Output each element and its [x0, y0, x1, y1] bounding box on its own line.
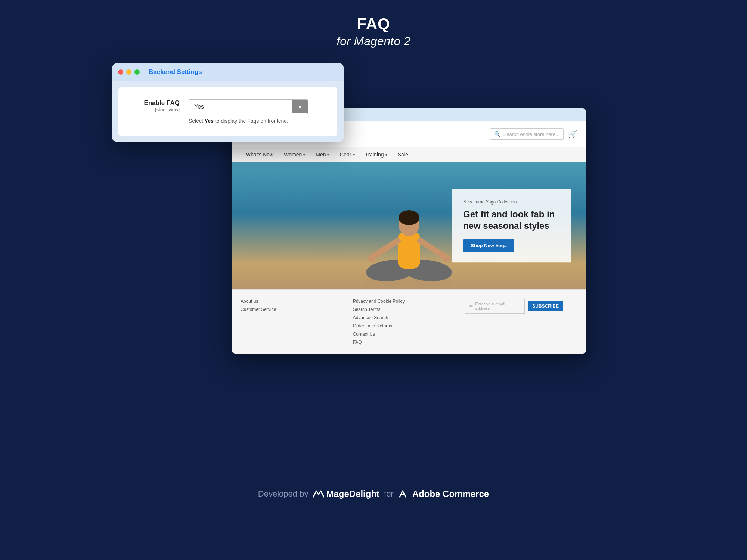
close-button[interactable] — [118, 69, 123, 75]
select-arrow-icon[interactable]: ▼ — [292, 100, 308, 113]
search-placeholder: Search entire store here... — [503, 131, 560, 137]
credits-prefix: Developed by — [258, 489, 309, 499]
nav-label-training: Training — [365, 152, 384, 158]
settings-panel: Enable FAQ [store view] Yes ▼ Select Yes… — [118, 87, 338, 136]
nav-label-women: Women — [284, 152, 302, 158]
subscribe-button[interactable]: SUBSCRIBE — [528, 301, 563, 311]
hint-bold: Yes — [205, 118, 214, 124]
nav-item-whats-new[interactable]: What's New — [241, 147, 279, 162]
settings-label: Enable FAQ [store view] — [127, 99, 180, 112]
maximize-button[interactable] — [134, 69, 140, 75]
luma-nav: What's New Women ▾ Men ▾ Gear ▾ Training… — [232, 147, 586, 162]
cart-icon[interactable]: 🛒 — [568, 130, 577, 139]
store-view-label: [store view] — [127, 107, 180, 112]
chevron-down-icon: ▾ — [385, 153, 387, 157]
svg-rect-4 — [398, 231, 420, 269]
chevron-down-icon: ▾ — [353, 153, 355, 157]
chevron-down-icon: ▾ — [327, 153, 329, 157]
email-icon: ✉ — [469, 304, 473, 309]
nav-item-training[interactable]: Training ▾ — [360, 147, 393, 162]
hero-banner: New Luma Yoga Collection Get fit and loo… — [232, 162, 586, 289]
email-placeholder: Enter your email address — [475, 302, 521, 311]
settings-control: Yes ▼ Select Yes to display the Faqs on … — [189, 99, 328, 124]
email-input[interactable]: ✉ Enter your email address — [465, 299, 525, 314]
footer-link-contact[interactable]: Contact Us — [353, 332, 465, 337]
svg-line-8 — [420, 241, 446, 258]
settings-row: Enable FAQ [store view] Yes ▼ Select Yes… — [127, 99, 328, 124]
nav-label-whats-new: What's New — [246, 152, 273, 158]
nav-item-women[interactable]: Women ▾ — [279, 147, 310, 162]
svg-point-9 — [368, 255, 375, 262]
nav-item-gear[interactable]: Gear ▾ — [334, 147, 360, 162]
footer-link-faq[interactable]: FAQ — [353, 340, 465, 345]
credits-partner: Adobe Commerce — [412, 489, 489, 499]
hint-prefix: Select — [189, 118, 205, 124]
footer-link-orders[interactable]: Orders and Returns — [353, 323, 465, 329]
page-subtitle: for Magento 2 — [337, 34, 410, 48]
search-bar[interactable]: 🔍 Search entire store here... — [490, 128, 564, 140]
nav-label-gear: Gear — [340, 152, 351, 158]
newsletter-form: ✉ Enter your email address SUBSCRIBE — [465, 299, 577, 314]
enable-faq-select[interactable]: Yes ▼ — [189, 99, 308, 114]
content-area: Backend Settings Enable FAQ [store view]… — [112, 63, 635, 474]
window-title: Backend Settings — [149, 68, 202, 76]
page-header: FAQ for Magento 2 — [337, 15, 410, 48]
magedelight-logo: MageDelight — [313, 489, 379, 499]
minimize-button[interactable] — [126, 69, 131, 75]
nav-label-sale: Sale — [398, 152, 408, 158]
footer-link-customer-service[interactable]: Customer Service — [241, 307, 353, 312]
page-title: FAQ — [337, 15, 410, 33]
settings-hint: Select Yes to display the Faqs on fronte… — [189, 118, 328, 124]
search-icon: 🔍 — [494, 131, 500, 137]
yoga-figure — [353, 162, 465, 289]
footer-link-about[interactable]: About us — [241, 299, 353, 304]
hint-suffix: to display the Faqs on frontend. — [214, 118, 288, 124]
shop-new-yoga-button[interactable]: Shop New Yoga — [463, 239, 514, 252]
adobe-commerce-logo: Adobe Commerce — [398, 489, 489, 499]
storefront-window: LUMA 🔍 Search entire store here... 🛒 Wha… — [232, 108, 586, 354]
credits-brand: MageDelight — [326, 489, 379, 499]
enable-faq-label: Enable FAQ — [127, 99, 180, 107]
credits-middle: for — [384, 489, 394, 499]
select-value: Yes — [189, 100, 292, 114]
svg-line-7 — [372, 241, 398, 258]
hero-overlay-card: New Luma Yoga Collection Get fit and loo… — [452, 189, 571, 262]
chevron-down-icon: ▾ — [303, 153, 305, 157]
footer-col-2: Privacy and Cookie Policy Search Terms A… — [353, 299, 465, 345]
footer-link-privacy[interactable]: Privacy and Cookie Policy — [353, 299, 465, 304]
backend-window: Backend Settings Enable FAQ [store view]… — [112, 63, 344, 142]
hero-headline: Get fit and look fab in new seasonal sty… — [463, 208, 560, 231]
window-titlebar: Backend Settings — [112, 63, 344, 81]
nav-item-sale[interactable]: Sale — [393, 147, 413, 162]
nav-label-men: Men — [316, 152, 326, 158]
svg-point-10 — [443, 255, 450, 262]
hero-collection-label: New Luma Yoga Collection — [463, 199, 560, 205]
bottom-credits: Developed by MageDelight for Adobe Comme… — [258, 489, 489, 499]
magedelight-icon — [313, 489, 325, 498]
svg-point-6 — [399, 210, 419, 225]
luma-footer: About us Customer Service Privacy and Co… — [232, 289, 586, 354]
footer-col-newsletter: ✉ Enter your email address SUBSCRIBE — [465, 299, 577, 345]
footer-link-search-terms[interactable]: Search Terms — [353, 307, 465, 312]
footer-link-advanced-search[interactable]: Advanced Search — [353, 315, 465, 320]
footer-col-1: About us Customer Service — [241, 299, 353, 345]
adobe-icon — [398, 489, 410, 498]
nav-item-men[interactable]: Men ▾ — [310, 147, 334, 162]
